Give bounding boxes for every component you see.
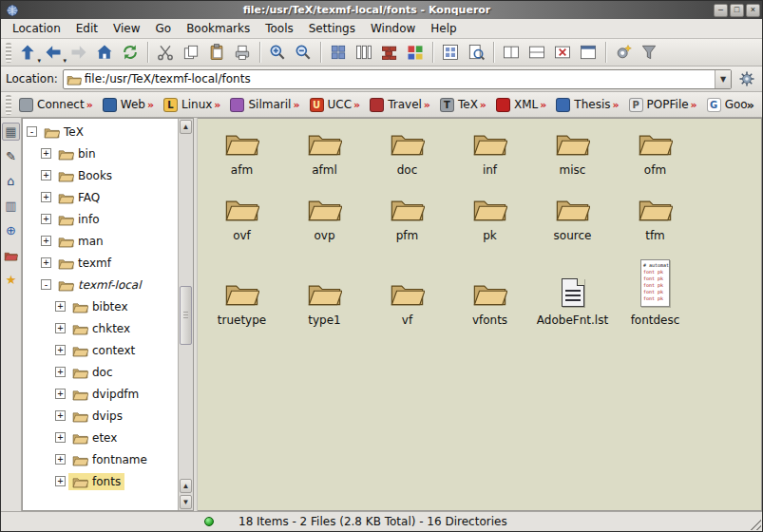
- file-item-fontdesc[interactable]: # automatfont pkfont pkfont pkfont pkfon…: [631, 259, 680, 327]
- menu-item-settings[interactable]: Settings: [301, 20, 363, 37]
- file-item-type1[interactable]: type1: [307, 278, 342, 327]
- print-button[interactable]: [230, 41, 255, 65]
- services-tab[interactable]: ▦: [2, 123, 20, 141]
- root-folder-tab[interactable]: [2, 246, 20, 264]
- bookmarks-tab[interactable]: ★: [2, 271, 20, 289]
- tree-item-texmf[interactable]: +texmf: [23, 252, 178, 274]
- bookmark-google[interactable]: GGoogle: [702, 96, 747, 114]
- tree-item-bibtex[interactable]: +bibtex: [23, 295, 178, 317]
- cut-button[interactable]: [153, 41, 178, 65]
- bookmark-overflow-chevron[interactable]: »: [747, 98, 754, 112]
- tree-expander-icon[interactable]: -: [41, 279, 51, 290]
- maximize-button[interactable]: □: [730, 4, 744, 17]
- tree-expander-icon[interactable]: +: [55, 410, 66, 421]
- remove-view-button[interactable]: [550, 41, 575, 65]
- tree-expander-icon[interactable]: +: [55, 367, 66, 377]
- tree-expander-icon[interactable]: +: [55, 389, 66, 399]
- menu-item-view[interactable]: View: [105, 20, 147, 37]
- bookmark-thesis[interactable]: Thesis»: [551, 96, 623, 114]
- tree-item-bin[interactable]: +bin: [23, 142, 178, 164]
- file-item-truetype[interactable]: truetype: [218, 278, 266, 327]
- tree-expander-icon[interactable]: +: [41, 170, 51, 180]
- up-button[interactable]: [15, 41, 40, 65]
- tree-item-texmf-local[interactable]: -texmf-local: [23, 274, 178, 295]
- network-tab[interactable]: ⊕: [2, 221, 20, 239]
- tree-expander-icon[interactable]: +: [41, 192, 51, 202]
- tree-item-doc[interactable]: +doc: [23, 361, 178, 383]
- toolbar-handle[interactable]: [6, 43, 11, 63]
- icon-view-button[interactable]: [326, 41, 351, 65]
- tree-item-FAQ[interactable]: +FAQ: [23, 186, 178, 208]
- minimize-button[interactable]: –: [714, 4, 728, 17]
- split-view-left-right-button[interactable]: [499, 41, 524, 65]
- file-item-inf[interactable]: inf: [472, 128, 507, 177]
- file-item-tfm[interactable]: tfm: [638, 194, 673, 242]
- tree-item-dvipdfm[interactable]: +dvipdfm: [23, 383, 178, 405]
- scrollbar-track[interactable]: [180, 135, 192, 478]
- file-item-afm[interactable]: afm: [224, 128, 259, 177]
- tree-item-chktex[interactable]: +chktex: [23, 317, 178, 339]
- bookmark-linux[interactable]: LLinux»: [159, 96, 225, 114]
- menu-item-window[interactable]: Window: [363, 20, 423, 37]
- split-view-top-bottom-button[interactable]: [525, 41, 549, 65]
- view-profile-button[interactable]: [611, 41, 636, 65]
- multicolumn-view-button[interactable]: [352, 41, 376, 65]
- tree-item-man[interactable]: +man: [23, 230, 178, 252]
- home-button[interactable]: [92, 41, 117, 65]
- copy-button[interactable]: [179, 41, 203, 65]
- tree-expander-icon[interactable]: +: [55, 454, 66, 465]
- menu-item-edit[interactable]: Edit: [68, 20, 105, 37]
- reload-button[interactable]: [118, 41, 143, 65]
- zoom-out-button[interactable]: [291, 41, 315, 65]
- tree-expander-icon[interactable]: +: [41, 148, 51, 159]
- file-item-doc[interactable]: doc: [390, 128, 425, 177]
- tree-expander-icon[interactable]: +: [55, 323, 66, 333]
- tree-view-button[interactable]: [377, 41, 402, 65]
- bookmark-silmaril[interactable]: Silmaril»: [225, 96, 304, 114]
- filter-button[interactable]: [637, 41, 661, 65]
- bookmark-ucc[interactable]: UUCC»: [305, 96, 366, 114]
- location-dropdown-button[interactable]: ▼: [715, 70, 731, 88]
- tree-item-info[interactable]: +info: [23, 208, 178, 230]
- tree-expander-icon[interactable]: +: [55, 476, 66, 486]
- tree-expander-icon[interactable]: +: [55, 301, 66, 312]
- tree-item-etex[interactable]: +etex: [23, 427, 178, 448]
- preview-button[interactable]: [464, 41, 488, 65]
- tree-expander-icon[interactable]: -: [27, 126, 37, 137]
- detail-view-button[interactable]: [403, 41, 428, 65]
- tree-item-context[interactable]: +context: [23, 339, 178, 361]
- history-tab[interactable]: ✎: [2, 147, 20, 165]
- file-item-misc[interactable]: misc: [555, 128, 590, 177]
- scroll-up-button-bottom[interactable]: [180, 479, 192, 493]
- file-item-pfm[interactable]: pfm: [390, 194, 425, 242]
- location-combobox[interactable]: ▼: [63, 69, 732, 89]
- menu-item-help[interactable]: Help: [423, 20, 464, 37]
- bookmark-xml[interactable]: XML»: [491, 96, 551, 114]
- tree-item-TeX[interactable]: -TeX: [23, 121, 178, 142]
- tree-item-fonts[interactable]: +fonts: [23, 470, 178, 492]
- scrollbar-thumb[interactable]: [180, 286, 192, 345]
- tree-item-dvips[interactable]: +dvips: [23, 405, 178, 427]
- tree-expander-icon[interactable]: +: [41, 214, 51, 224]
- file-item-ovf[interactable]: ovf: [224, 194, 259, 242]
- file-item-ofm[interactable]: ofm: [638, 128, 673, 177]
- resize-grip[interactable]: [748, 517, 761, 530]
- new-window-button[interactable]: [576, 41, 601, 65]
- tree-item-fontname[interactable]: +fontname: [23, 448, 178, 470]
- file-item-ovp[interactable]: ovp: [307, 194, 342, 242]
- back-button[interactable]: [41, 41, 66, 65]
- tree-scrollbar[interactable]: [178, 119, 193, 510]
- menu-item-bookmarks[interactable]: Bookmarks: [179, 20, 258, 37]
- tree-expander-icon[interactable]: +: [55, 345, 66, 355]
- tree-expander-icon[interactable]: +: [41, 257, 51, 268]
- file-item-pk[interactable]: pk: [472, 194, 507, 242]
- scroll-down-button[interactable]: [180, 495, 192, 509]
- bookmark-tex[interactable]: TTeX»: [435, 96, 491, 114]
- tree-expander-icon[interactable]: +: [41, 236, 51, 246]
- titlebar[interactable]: file:/usr/TeX/texmf-local/fonts - Konque…: [1, 1, 762, 19]
- file-item-vfonts[interactable]: vfonts: [472, 278, 507, 327]
- scroll-up-button[interactable]: [180, 120, 192, 134]
- bookmark-connect[interactable]: Connect»: [14, 96, 98, 114]
- home-tab[interactable]: ⌂: [2, 172, 20, 190]
- location-go-button[interactable]: [736, 68, 757, 89]
